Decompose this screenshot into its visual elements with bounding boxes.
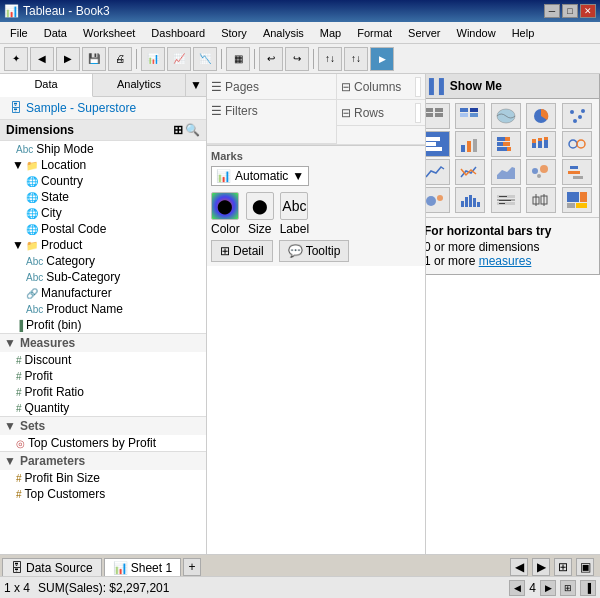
grid-view-btn[interactable]: ⊞ xyxy=(554,558,572,576)
meas-profit[interactable]: # Profit xyxy=(0,368,206,384)
svg-rect-25 xyxy=(507,147,511,151)
menu-story[interactable]: Story xyxy=(213,22,255,43)
chart-type-histogram[interactable] xyxy=(455,187,485,213)
meas-profit-ratio[interactable]: # Profit Ratio xyxy=(0,384,206,400)
dim-ship-mode[interactable]: Abc Ship Mode xyxy=(0,141,206,157)
rows-shelf[interactable]: ⊟ Rows xyxy=(337,100,425,126)
chart-type-map[interactable] xyxy=(491,103,521,129)
new-button[interactable]: ✦ xyxy=(4,47,28,71)
chart-type-scatter[interactable] xyxy=(562,103,592,129)
grid-icon[interactable]: ⊞ xyxy=(173,123,183,137)
param-top-customers[interactable]: # Top Customers xyxy=(0,486,206,502)
add-sheet-btn[interactable]: + xyxy=(183,558,201,576)
dim-city[interactable]: 🌐 City xyxy=(0,205,206,221)
chart-type-bubble[interactable] xyxy=(425,187,450,213)
label-btn[interactable]: Abc Label xyxy=(280,192,309,236)
show-me-button[interactable]: ▶ xyxy=(370,47,394,71)
dim-sub-category[interactable]: Abc Sub-Category xyxy=(0,269,206,285)
dim-postal-code[interactable]: 🌐 Postal Code xyxy=(0,221,206,237)
parameters-toggle[interactable]: ▼ xyxy=(4,454,16,468)
chart-type-text[interactable] xyxy=(425,103,450,129)
menu-help[interactable]: Help xyxy=(504,22,543,43)
dim-country[interactable]: 🌐 Country xyxy=(0,173,206,189)
menu-dashboard[interactable]: Dashboard xyxy=(143,22,213,43)
print-button[interactable]: 🖨 xyxy=(108,47,132,71)
sort-desc-button[interactable]: ↑↓ xyxy=(344,47,368,71)
chart-type-treemap[interactable] xyxy=(562,187,592,213)
chart-type-circle[interactable] xyxy=(562,131,592,157)
param-profit-bin-size[interactable]: # Profit Bin Size xyxy=(0,470,206,486)
menu-window[interactable]: Window xyxy=(449,22,504,43)
chart-type-line[interactable] xyxy=(425,159,450,185)
prev-sheet-btn[interactable]: ◀ xyxy=(510,558,528,576)
menu-server[interactable]: Server xyxy=(400,22,448,43)
color-btn[interactable]: ⬤ Color xyxy=(211,192,240,236)
sort-asc-button[interactable]: ↑↓ xyxy=(318,47,342,71)
menu-format[interactable]: Format xyxy=(349,22,400,43)
marks-type-select[interactable]: 📊 Automatic ▼ xyxy=(211,166,309,186)
data-source-row[interactable]: 🗄 Sample - Superstore xyxy=(0,97,206,120)
dim-profit-bin[interactable]: ▐ Profit (bin) xyxy=(0,317,206,333)
chart-type-area[interactable] xyxy=(491,159,521,185)
chart-type-box[interactable] xyxy=(526,187,556,213)
filmstrip-btn[interactable]: ▣ xyxy=(576,558,594,576)
redo-button[interactable]: ↪ xyxy=(285,47,309,71)
next-sheet-btn[interactable]: ▶ xyxy=(532,558,550,576)
search-icon[interactable]: 🔍 xyxy=(185,123,200,137)
status-next-btn[interactable]: ▶ xyxy=(540,580,556,596)
chart-type-bullet[interactable] xyxy=(491,187,521,213)
chart-type-dualline[interactable] xyxy=(455,159,485,185)
sheet1-tab[interactable]: 📊 Sheet 1 xyxy=(104,558,181,576)
chart-type-heat-map[interactable] xyxy=(455,103,485,129)
minimize-button[interactable]: ─ xyxy=(544,4,560,18)
rows-content[interactable] xyxy=(415,103,421,123)
save-button[interactable]: 💾 xyxy=(82,47,106,71)
chart-type-scatter2[interactable] xyxy=(526,159,556,185)
datasource-tab-label: Data Source xyxy=(26,561,93,575)
status-grid-btn[interactable]: ⊞ xyxy=(560,580,576,596)
set-top-customers[interactable]: ◎ Top Customers by Profit xyxy=(0,435,206,451)
back-button[interactable]: ◀ xyxy=(30,47,54,71)
meas-quantity[interactable]: # Quantity xyxy=(0,400,206,416)
sets-toggle[interactable]: ▼ xyxy=(4,419,16,433)
hint-measures-link[interactable]: measures xyxy=(479,254,532,268)
close-button[interactable]: ✕ xyxy=(580,4,596,18)
columns-content[interactable] xyxy=(415,77,421,97)
menu-data[interactable]: Data xyxy=(36,22,75,43)
status-bar-btn[interactable]: ▐ xyxy=(580,580,596,596)
menu-worksheet[interactable]: Worksheet xyxy=(75,22,143,43)
chart-type-vbar[interactable] xyxy=(455,131,485,157)
chart-type-gantt[interactable] xyxy=(562,159,592,185)
menu-map[interactable]: Map xyxy=(312,22,349,43)
panel-menu-btn[interactable]: ▼ xyxy=(186,74,206,96)
dim-product-folder[interactable]: ▼ 📁 Product xyxy=(0,237,206,253)
detail-btn[interactable]: ⊞ Detail xyxy=(211,240,273,262)
measures-toggle[interactable]: ▼ xyxy=(4,336,16,350)
undo-button[interactable]: ↩ xyxy=(259,47,283,71)
dim-location-folder[interactable]: ▼ 📁 Location xyxy=(0,157,206,173)
menu-file[interactable]: File xyxy=(2,22,36,43)
status-prev-btn[interactable]: ◀ xyxy=(509,580,525,596)
chart-type-stacked-hbar[interactable] xyxy=(491,131,521,157)
chart-btn2[interactable]: 📉 xyxy=(193,47,217,71)
tooltip-btn[interactable]: 💬 Tooltip xyxy=(279,240,350,262)
size-btn[interactable]: ⬤ Size xyxy=(246,192,274,236)
data-tab[interactable]: Data xyxy=(0,74,93,97)
filter-button[interactable]: ▦ xyxy=(226,47,250,71)
data-source-tab[interactable]: 🗄 Data Source xyxy=(2,558,102,576)
dim-category[interactable]: Abc Category xyxy=(0,253,206,269)
chart-type-hbar[interactable] xyxy=(425,131,450,157)
dim-manufacturer[interactable]: 🔗 Manufacturer xyxy=(0,285,206,301)
chart-type-stacked-vbar[interactable] xyxy=(526,131,556,157)
forward-button[interactable]: ▶ xyxy=(56,47,80,71)
bar-chart-button[interactable]: 📈 xyxy=(167,47,191,71)
maximize-button[interactable]: □ xyxy=(562,4,578,18)
meas-discount[interactable]: # Discount xyxy=(0,352,206,368)
analytics-tab[interactable]: Analytics xyxy=(93,74,186,96)
dim-product-name[interactable]: Abc Product Name xyxy=(0,301,206,317)
menu-analysis[interactable]: Analysis xyxy=(255,22,312,43)
dim-state[interactable]: 🌐 State xyxy=(0,189,206,205)
chart-type-pie[interactable] xyxy=(526,103,556,129)
columns-shelf[interactable]: ⊟ Columns xyxy=(337,74,425,100)
connect-button[interactable]: 📊 xyxy=(141,47,165,71)
